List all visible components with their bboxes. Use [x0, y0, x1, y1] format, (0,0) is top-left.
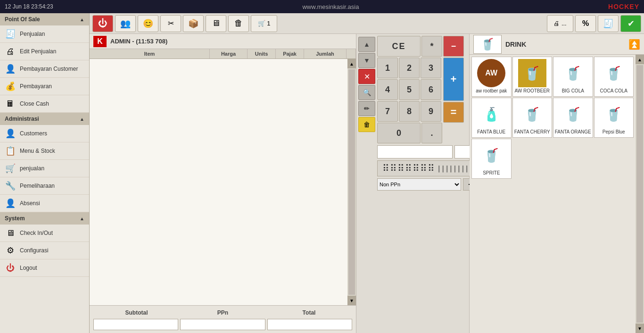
btn8[interactable]: 8	[399, 101, 420, 122]
clear-button[interactable]: 🗑	[358, 117, 375, 132]
multiply-button[interactable]: *	[421, 36, 442, 57]
sidebar-item-label: Check In/Out	[20, 230, 53, 236]
product-item[interactable]: 🥤 FANTA CHERRY	[512, 98, 553, 138]
delete-button[interactable]: ✕	[358, 69, 375, 84]
pembayaran-icon: 💰	[4, 81, 17, 92]
barcode-icon: ⠿⠿⠿⠿⠿⠿⠿	[382, 163, 435, 174]
minus-button[interactable]: −	[443, 36, 464, 57]
btn1[interactable]: 1	[377, 58, 398, 78]
subtotal-label: Subtotal	[93, 309, 180, 316]
topbar: 12 Jun 18 23:54:23 www.mesinkasir.asia H…	[0, 0, 644, 13]
sidebar-item-logout[interactable]: ⏻ Logout	[0, 259, 89, 277]
product-item[interactable]: 🥤 Pepsi Blue	[594, 98, 634, 138]
scroll-thumb	[348, 69, 355, 295]
sidebar-item-label: Customers	[20, 130, 47, 137]
pembayaran-customer-icon: 👤	[4, 63, 17, 75]
cart-button[interactable]: 🛒 1	[251, 15, 277, 32]
menu-stock-icon: 📋	[4, 145, 17, 157]
sidebar-section-admin[interactable]: Administrasi ▲	[0, 113, 89, 125]
product-name: COCA COLA	[600, 88, 627, 94]
absensi-icon: 👤	[4, 198, 17, 209]
product-item[interactable]: 🥤 FANTA ORANGE	[553, 98, 593, 138]
scroll-up-button[interactable]: ▲	[347, 59, 356, 68]
sidebar-item-label: Edit Penjualan	[20, 48, 56, 55]
sidebar-item-customers[interactable]: 👤 Customers	[0, 125, 89, 142]
receipt-button[interactable]: 🧾	[598, 15, 619, 32]
total-input[interactable]	[267, 319, 352, 330]
btn4[interactable]: 4	[377, 79, 398, 100]
user-button[interactable]: 👥	[115, 15, 136, 32]
subtotal-input[interactable]	[93, 319, 178, 330]
product-item[interactable]: 🧴 FANTA BLUE	[471, 98, 512, 138]
order-panel: K ADMIN - (11:53 708) Item Harga Units P…	[90, 34, 356, 333]
btn3[interactable]: 3	[421, 58, 441, 78]
plus-button[interactable]: +	[443, 58, 464, 101]
chevron-up-icon: ▲	[80, 117, 84, 122]
col-scroll	[347, 49, 356, 58]
check-button[interactable]: ✔	[620, 15, 641, 32]
btn9[interactable]: 9	[421, 101, 441, 122]
chevron-up-icon: ▲	[80, 17, 84, 22]
btn5[interactable]: 5	[399, 79, 420, 100]
sidebar-item-label: Penjualan	[20, 31, 45, 37]
tax-select[interactable]: Non PPn	[377, 178, 461, 191]
search-button[interactable]: 🔍	[358, 85, 375, 100]
sidebar-item-configurasi[interactable]: ⚙ Configurasi	[0, 242, 89, 259]
face-button[interactable]: 😊	[138, 15, 158, 32]
monitor-button[interactable]: 🖥	[206, 15, 226, 32]
calc-input1[interactable]	[377, 145, 453, 158]
numpad-panel: ▲ ▼ ✕ 🔍 ✏ 🗑 CE * −	[356, 34, 470, 333]
product-preview: 🥤	[473, 35, 502, 54]
sidebar-item-close-cash[interactable]: 🖩 Close Cash	[0, 95, 89, 113]
sidebar-item-pembayaran[interactable]: 💰 Pembayaran	[0, 78, 89, 95]
btn0[interactable]: 0	[377, 123, 421, 143]
trash-button[interactable]: 🗑	[228, 15, 249, 32]
scroll-down-button[interactable]: ▼	[347, 296, 356, 305]
sidebar-item-label: penjualan	[20, 165, 44, 172]
sidebar-item-check-inout[interactable]: 🖥 Check In/Out	[0, 225, 89, 242]
print-button[interactable]: 🖨 ...	[547, 15, 573, 32]
sidebar-item-penjualan2[interactable]: 🛒 penjualan	[0, 160, 89, 177]
power-button[interactable]: ⏻	[92, 15, 113, 32]
sidebar-section-pos[interactable]: Point Of Sale ▲	[0, 13, 89, 25]
ce-button[interactable]: CE	[377, 36, 421, 57]
product-name: SPRITE	[483, 170, 500, 176]
product-name: Pepsi Blue	[603, 129, 625, 135]
sidebar-item-menu-stock[interactable]: 📋 Menu & Stock	[0, 142, 89, 160]
sidebar-item-pemeliharaan[interactable]: 🔧 Pemeliharaan	[0, 177, 89, 195]
sidebar-item-absensi[interactable]: 👤 Absensi	[0, 195, 89, 212]
sidebar-item-pembayaran-customer[interactable]: 👤 Pembayaran Customer	[0, 60, 89, 78]
k-logo: K	[93, 36, 107, 47]
scroll-up-button[interactable]: ▲	[358, 37, 375, 52]
product-image: 🥤	[559, 59, 587, 87]
scissors-button[interactable]: ✂	[160, 15, 181, 32]
edit-button[interactable]: ✏	[358, 101, 375, 116]
pemeliharaan-icon: 🔧	[4, 180, 17, 191]
ppn-input[interactable]	[180, 319, 265, 330]
product-header: 🥤 DRINK ⏫	[470, 34, 644, 55]
product-scroll-down-button[interactable]: ▼	[636, 324, 644, 333]
btn7[interactable]: 7	[377, 101, 398, 122]
product-scroll-up-button[interactable]: ▲	[636, 55, 644, 64]
sidebar-item-edit-penjualan[interactable]: 🖨 Edit Penjualan	[0, 43, 89, 60]
product-item[interactable]: 🥤 SPRITE	[471, 139, 512, 179]
penjualan2-icon: 🛒	[4, 163, 17, 174]
double-chevron-button[interactable]: ⏫	[628, 39, 640, 50]
product-item[interactable]: AW aw rootber pak	[471, 57, 512, 97]
btn-dot[interactable]: .	[421, 123, 442, 143]
sidebar-section-system[interactable]: System ▲	[0, 212, 89, 225]
equals-button[interactable]: =	[443, 102, 464, 123]
product-item[interactable]: 🥤 COCA COLA	[594, 57, 634, 97]
product-image: 🧴	[477, 100, 505, 128]
product-item[interactable]: 🥤 AW ROOTBEER	[512, 57, 553, 97]
sidebar-item-penjualan[interactable]: 🧾 Penjualan	[0, 25, 89, 43]
percent-button[interactable]: %	[575, 15, 596, 32]
check-inout-icon: 🖥	[4, 227, 17, 239]
box-button[interactable]: 📦	[183, 15, 204, 32]
col-pajak: Pajak	[276, 49, 304, 58]
scroll-down-button[interactable]: ▼	[358, 53, 375, 68]
btn6[interactable]: 6	[421, 79, 441, 100]
btn2[interactable]: 2	[399, 58, 420, 78]
product-item[interactable]: 🥤 BIG COLA	[553, 57, 593, 97]
product-image: 🥤	[559, 100, 587, 128]
